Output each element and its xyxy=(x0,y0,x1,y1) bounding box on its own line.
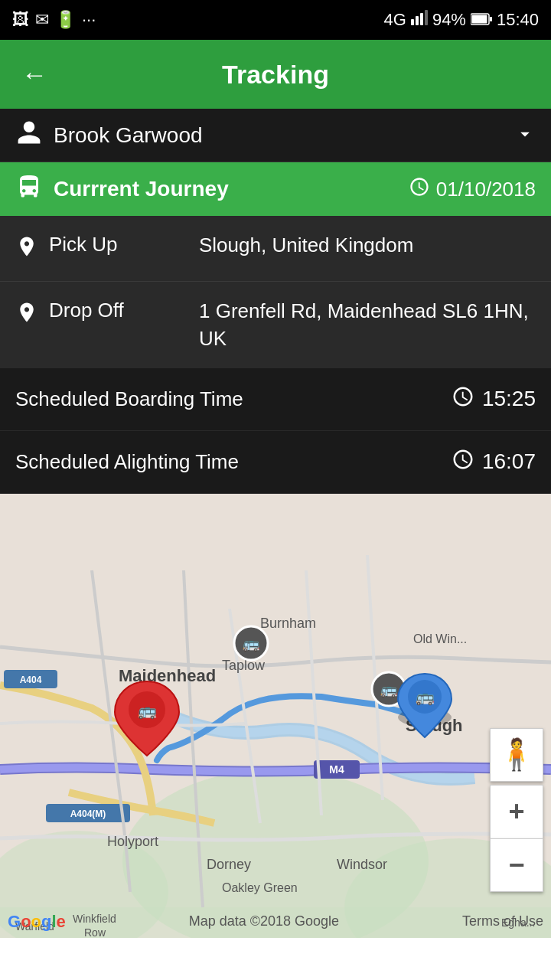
pickup-label-group: Pick Up xyxy=(15,231,199,266)
zoom-out-button[interactable]: − xyxy=(490,838,543,892)
battery-icon xyxy=(471,10,492,30)
pickup-value: Slough, United Kingdom xyxy=(199,231,536,259)
google-g: G xyxy=(8,912,21,932)
svg-text:Old Win...: Old Win... xyxy=(413,632,467,645)
svg-text:🚌: 🚌 xyxy=(416,688,435,706)
boarding-time-row: Scheduled Boarding Time 15:25 xyxy=(0,368,551,431)
alighting-label: Scheduled Alighting Time xyxy=(15,450,239,474)
boarding-label: Scheduled Boarding Time xyxy=(15,387,243,411)
image-icon: 🖼 xyxy=(12,10,29,30)
svg-rect-0 xyxy=(411,19,414,25)
street-view-button[interactable]: 🧍 xyxy=(490,728,543,782)
status-bar: 🖼 ✉ 🔋 ··· 4G 94% 15:40 xyxy=(0,0,551,40)
svg-text:Dorney: Dorney xyxy=(207,857,251,872)
network-type: 4G xyxy=(384,10,406,30)
signal-icon xyxy=(411,10,428,30)
pickup-label: Pick Up xyxy=(49,233,118,256)
journey-date-group: 01/10/2018 xyxy=(409,176,536,203)
app-header: ← Tracking xyxy=(0,40,551,109)
more-icon: ··· xyxy=(82,10,96,30)
pickup-row: Pick Up Slough, United Kingdom xyxy=(0,216,551,282)
svg-text:Holyport: Holyport xyxy=(107,834,158,849)
svg-text:Windsor: Windsor xyxy=(337,857,387,872)
map-footer: Google Map data ©2018 Google Terms of Us… xyxy=(8,912,543,932)
timing-section: Scheduled Boarding Time 15:25 Scheduled … xyxy=(0,368,551,494)
journey-header: Currrent Journey 01/10/2018 xyxy=(0,162,551,216)
svg-text:A404(M): A404(M) xyxy=(70,808,106,819)
svg-text:🚌: 🚌 xyxy=(380,681,398,698)
chevron-down-icon xyxy=(514,123,536,148)
dropoff-label: Drop Off xyxy=(49,299,124,322)
alighting-time: 16:07 xyxy=(482,449,536,474)
alighting-time-row: Scheduled Alighting Time 16:07 xyxy=(0,431,551,494)
svg-text:M4: M4 xyxy=(329,763,344,776)
svg-text:Maidenhead: Maidenhead xyxy=(119,666,216,685)
map-data-text: Map data ©2018 Google xyxy=(189,913,339,929)
svg-rect-2 xyxy=(420,13,423,25)
boarding-time-group: 15:25 xyxy=(452,385,536,413)
dropoff-pin-icon xyxy=(15,299,38,332)
dropoff-row: Drop Off 1 Grenfell Rd, Maidenhead SL6 1… xyxy=(0,282,551,368)
dropoff-label-group: Drop Off xyxy=(15,297,199,332)
map-container[interactable]: M4 A404 A404(M) Maidenhead Slough Taplow… xyxy=(0,494,551,938)
back-button[interactable]: ← xyxy=(15,54,54,96)
person-icon: 🧍 xyxy=(497,737,536,773)
svg-rect-5 xyxy=(490,17,492,21)
journey-details: Pick Up Slough, United Kingdom Drop Off … xyxy=(0,216,551,368)
google-logo: Google xyxy=(8,912,66,932)
alighting-clock-icon xyxy=(452,448,474,476)
dropoff-value: 1 Grenfell Rd, Maidenhead SL6 1HN, UK xyxy=(199,297,536,353)
journey-label: Currrent Journey xyxy=(54,177,229,201)
clock-icon xyxy=(409,176,430,203)
status-right: 4G 94% 15:40 xyxy=(384,10,539,30)
user-name: Brook Garwood xyxy=(54,123,203,148)
svg-text:Oakley Green: Oakley Green xyxy=(222,881,298,894)
map-controls: 🧍 + − xyxy=(490,728,543,892)
google-g2: g xyxy=(41,912,51,932)
journey-label-group: Currrent Journey xyxy=(15,173,229,206)
boarding-clock-icon xyxy=(452,385,474,413)
alighting-time-group: 16:07 xyxy=(452,448,536,476)
svg-text:A404: A404 xyxy=(20,675,42,685)
battery-low-icon: 🔋 xyxy=(55,10,76,30)
bus-icon xyxy=(15,173,43,206)
google-o1: o xyxy=(21,912,31,932)
google-o2: o xyxy=(31,912,41,932)
time-display: 15:40 xyxy=(497,10,539,30)
user-info: Brook Garwood xyxy=(15,119,203,152)
email-icon: ✉ xyxy=(35,10,49,30)
svg-rect-6 xyxy=(471,15,487,24)
battery-status: 94% xyxy=(432,10,466,30)
boarding-time: 15:25 xyxy=(482,387,536,411)
svg-rect-1 xyxy=(416,16,419,25)
status-left: 🖼 ✉ 🔋 ··· xyxy=(12,10,96,30)
svg-text:Burnham: Burnham xyxy=(260,616,316,631)
svg-text:🚌: 🚌 xyxy=(243,635,260,652)
journey-date: 01/10/2018 xyxy=(436,178,536,201)
zoom-in-button[interactable]: + xyxy=(490,785,543,838)
svg-rect-3 xyxy=(425,10,428,25)
user-selector[interactable]: Brook Garwood xyxy=(0,109,551,162)
user-icon xyxy=(15,119,43,152)
pickup-pin-icon xyxy=(15,233,38,266)
svg-text:🚌: 🚌 xyxy=(138,701,157,720)
svg-text:Taplow: Taplow xyxy=(222,658,266,673)
google-e: e xyxy=(57,912,66,932)
header-title: Tracking xyxy=(222,60,329,90)
terms-of-use-link[interactable]: Terms of Use xyxy=(462,913,543,929)
